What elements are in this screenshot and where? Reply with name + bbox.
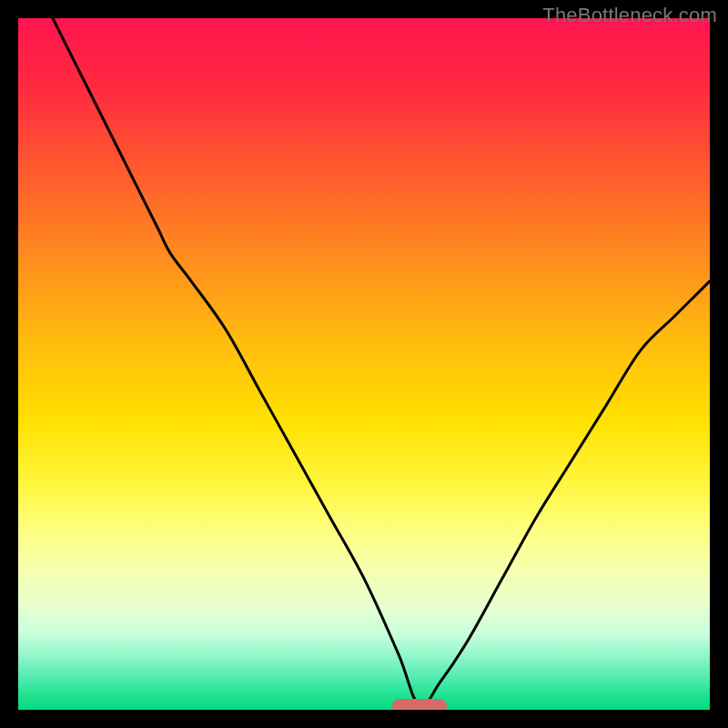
chart-frame: TheBottleneck.com (0, 0, 728, 728)
target-marker (392, 699, 447, 710)
plot-area (18, 18, 710, 710)
watermark-text: TheBottleneck.com (542, 4, 717, 27)
heatmap-gradient (18, 18, 710, 710)
